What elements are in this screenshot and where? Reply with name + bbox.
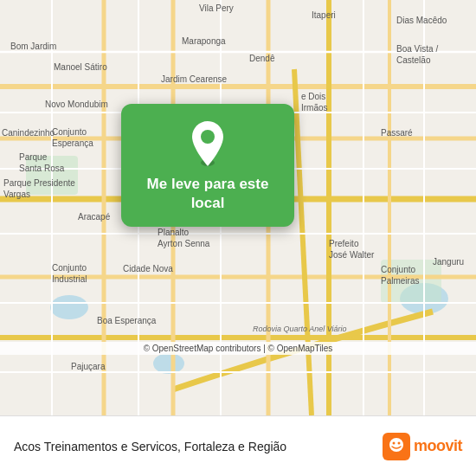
- navigate-popup[interactable]: Me leve para este local: [121, 104, 294, 227]
- svg-point-32: [392, 441, 395, 444]
- moovit-icon: [383, 433, 410, 460]
- bottom-bar: Acos Treinamentos e Servicos, Fortaleza …: [0, 415, 476, 476]
- svg-point-33: [397, 441, 400, 444]
- svg-point-31: [389, 438, 403, 452]
- svg-point-3: [153, 353, 184, 374]
- moovit-logo: moovit: [383, 433, 462, 460]
- svg-point-29: [201, 130, 215, 144]
- map-container: Avenida Vila Pery Itaperi Dias Macêdo Bo…: [0, 0, 476, 415]
- popup-label: Me leve para este local: [135, 175, 280, 213]
- svg-point-1: [50, 295, 88, 319]
- location-pin-icon: [189, 121, 227, 166]
- location-title: Acos Treinamentos e Servicos, Fortaleza …: [14, 440, 383, 453]
- moovit-text: moovit: [414, 437, 462, 455]
- attribution-bar: © OpenStreetMap contributors | © OpenMap…: [0, 342, 476, 355]
- attribution-text: © OpenStreetMap contributors | © OpenMap…: [144, 344, 333, 353]
